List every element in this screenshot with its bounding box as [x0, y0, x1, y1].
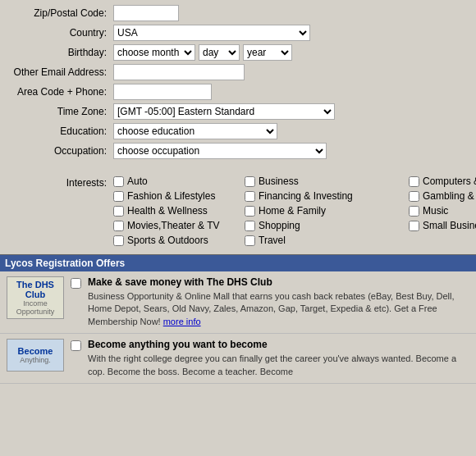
dhs-content: Make & save money with The DHS Club Busi…: [88, 276, 469, 328]
timezone-label: Time Zone:: [7, 103, 113, 117]
become-logo-sub: Anything.: [9, 356, 62, 364]
timezone-control: [GMT -05:00] Eastern Standard [GMT -06:0…: [113, 103, 469, 120]
interest-auto-label: Auto: [127, 176, 148, 187]
email-control: [113, 64, 469, 80]
interest-movies: Movies,Theater & TV: [113, 220, 245, 231]
checkbox-financing[interactable]: [245, 191, 255, 202]
interest-health: Health & Wellness: [113, 205, 245, 217]
interest-financing: Financing & Investing: [245, 190, 409, 202]
birthday-label: Birthday:: [7, 44, 113, 58]
dhs-checkbox-wrapper: [71, 276, 81, 291]
birthday-fields: choose month JanuaryFebruaryMarch AprilM…: [113, 44, 469, 61]
interest-sports-label: Sports & Outdoors: [127, 235, 208, 246]
occupation-row: Occupation: choose occupation Student Pr…: [0, 143, 476, 159]
education-row: Education: choose education Some High Sc…: [0, 123, 476, 139]
interest-music: Music: [409, 205, 476, 217]
phone-label: Area Code + Phone:: [7, 84, 113, 98]
interest-shopping-label: Shopping: [259, 220, 300, 231]
checkbox-computers[interactable]: [409, 176, 419, 187]
interest-movies-label: Movies,Theater & TV: [127, 220, 220, 231]
phone-input[interactable]: [113, 84, 212, 100]
country-control: USA Canada United Kingdom Australia Othe…: [113, 25, 469, 41]
offer-dhs: The DHS Club Income Opportunity Make & s…: [0, 271, 476, 334]
checkbox-business[interactable]: [245, 176, 255, 187]
occupation-control: choose occupation Student Professional S…: [113, 143, 469, 159]
interest-computers: Computers & Technology: [409, 176, 476, 187]
checkbox-small-biz[interactable]: [409, 221, 419, 231]
become-checkbox-wrapper: [71, 339, 81, 353]
dhs-checkbox[interactable]: [71, 278, 81, 289]
checkbox-auto[interactable]: [113, 176, 124, 187]
dhs-logo-title: The DHS Club: [9, 280, 62, 299]
dhs-logo-sub: Income Opportunity: [9, 299, 62, 316]
education-label: Education:: [7, 123, 113, 137]
offer-become: Become Anything. Become anything you wan…: [0, 334, 476, 384]
interest-fashion: Fashion & Lifestyles: [113, 190, 245, 202]
checkbox-travel[interactable]: [245, 235, 255, 246]
interest-business-label: Business: [259, 176, 299, 187]
interests-section: Interests: Auto Business Computers & Tec…: [0, 171, 476, 254]
interests-label: Interests:: [7, 176, 113, 189]
timezone-select[interactable]: [GMT -05:00] Eastern Standard [GMT -06:0…: [113, 103, 335, 120]
zip-control: [113, 5, 469, 21]
birthday-control: choose month JanuaryFebruaryMarch AprilM…: [113, 44, 469, 61]
interest-small-biz-label: Small Business: [423, 220, 476, 231]
email-input[interactable]: [113, 64, 245, 80]
dhs-more-info-link[interactable]: more info: [163, 317, 201, 326]
day-select[interactable]: day: [199, 44, 240, 61]
year-select[interactable]: year: [243, 44, 292, 61]
become-checkbox[interactable]: [71, 340, 81, 351]
interest-computers-label: Computers & Technology: [423, 176, 476, 187]
dhs-desc: Business Opportunity & Online Mall that …: [88, 290, 469, 328]
timezone-row: Time Zone: [GMT -05:00] Eastern Standard…: [0, 103, 476, 120]
become-title: Become anything you want to become: [88, 339, 469, 350]
education-select[interactable]: choose education Some High School High S…: [113, 123, 277, 139]
become-logo: Become Anything.: [7, 339, 64, 372]
country-row: Country: USA Canada United Kingdom Austr…: [0, 25, 476, 41]
month-select[interactable]: choose month JanuaryFebruaryMarch AprilM…: [113, 44, 195, 61]
email-row: Other Email Address:: [0, 64, 476, 80]
interest-music-label: Music: [423, 205, 448, 217]
interest-business: Business: [245, 176, 409, 187]
interest-home: Home & Family: [245, 205, 409, 217]
interest-home-label: Home & Family: [259, 205, 326, 217]
offers-header: Lycos Registration Offers: [0, 254, 476, 271]
become-logo-title: Become: [9, 346, 62, 356]
zip-row: Zip/Postal Code:: [0, 5, 476, 21]
interest-auto: Auto: [113, 176, 245, 187]
form-section: Zip/Postal Code: Country: USA Canada Uni…: [0, 0, 476, 171]
phone-control: [113, 84, 469, 100]
country-label: Country:: [7, 25, 113, 39]
phone-row: Area Code + Phone:: [0, 84, 476, 100]
checkbox-shopping[interactable]: [245, 221, 255, 231]
occupation-label: Occupation:: [7, 143, 113, 157]
become-desc: With the right college degree you can fi…: [88, 353, 469, 378]
education-control: choose education Some High School High S…: [113, 123, 469, 139]
interest-travel: Travel: [245, 235, 409, 246]
interest-shopping: Shopping: [245, 220, 409, 231]
country-select[interactable]: USA Canada United Kingdom Australia Othe…: [113, 25, 310, 41]
email-label: Other Email Address:: [7, 64, 113, 78]
occupation-select[interactable]: choose occupation Student Professional S…: [113, 143, 327, 159]
interest-small-biz: Small Business: [409, 220, 476, 231]
checkbox-fashion[interactable]: [113, 191, 124, 202]
interest-financing-label: Financing & Investing: [259, 190, 353, 202]
dhs-logo: The DHS Club Income Opportunity: [7, 276, 64, 319]
interest-sports: Sports & Outdoors: [113, 235, 245, 246]
checkbox-health[interactable]: [113, 206, 124, 217]
zip-label: Zip/Postal Code:: [7, 5, 113, 19]
checkbox-movies[interactable]: [113, 221, 124, 231]
interests-grid: Auto Business Computers & Technology Fas…: [113, 176, 476, 246]
checkbox-music[interactable]: [409, 206, 419, 217]
checkbox-home[interactable]: [245, 206, 255, 217]
interest-health-label: Health & Wellness: [127, 205, 208, 217]
interest-travel-label: Travel: [259, 235, 286, 246]
interest-gambling-label: Gambling & Lottery: [423, 190, 476, 202]
become-content: Become anything you want to become With …: [88, 339, 469, 378]
interest-fashion-label: Fashion & Lifestyles: [127, 190, 215, 202]
checkbox-sports[interactable]: [113, 235, 124, 246]
zip-input[interactable]: [113, 5, 179, 21]
checkbox-gambling[interactable]: [409, 191, 419, 202]
interest-gambling: Gambling & Lottery: [409, 190, 476, 202]
birthday-row: Birthday: choose month JanuaryFebruaryMa…: [0, 44, 476, 61]
